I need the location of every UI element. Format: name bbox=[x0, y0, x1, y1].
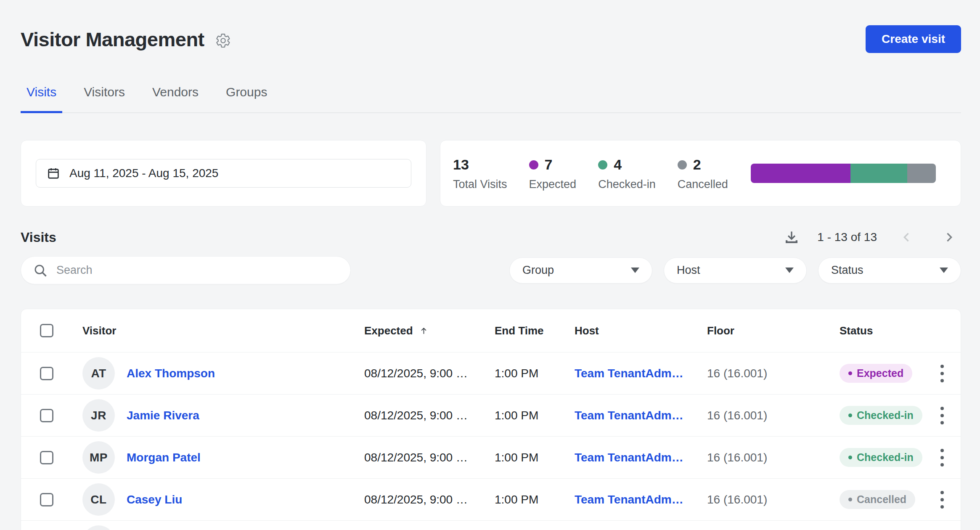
visitor-name-link[interactable]: Morgan Patel bbox=[127, 451, 201, 464]
table-row: AT Alex Thompson 08/12/2025, 9:00 … 1:00… bbox=[21, 352, 961, 394]
visitor-name-link[interactable]: Alex Thompson bbox=[127, 367, 215, 380]
status-dot-icon bbox=[848, 371, 852, 375]
status-dot-icon bbox=[848, 413, 852, 417]
tab-vendors[interactable]: Vendors bbox=[146, 77, 204, 113]
visitor-name-link[interactable]: Jamie Rivera bbox=[127, 409, 199, 422]
visits-table: Visitor Expected End Time Host Floor Sta… bbox=[21, 309, 961, 530]
checked-in-label: Checked-in bbox=[598, 178, 656, 191]
table-row: JR Jamie Rivera 08/12/2025, 9:00 … 1:00 … bbox=[21, 394, 961, 436]
host-link[interactable]: Team TenantAdm… bbox=[575, 367, 683, 380]
expected-time-cell: 08/12/2025, 9:00 … bbox=[364, 493, 495, 506]
cancelled-value: 2 bbox=[693, 156, 701, 173]
expected-time-cell: 08/12/2025, 9:00 … bbox=[364, 451, 495, 464]
host-filter-label: Host bbox=[677, 264, 700, 277]
kebab-menu-icon[interactable] bbox=[936, 361, 948, 386]
page-header: Visitor Management Create visit bbox=[21, 25, 961, 53]
host-link[interactable]: Team TenantAdm… bbox=[575, 451, 683, 464]
chevron-right-icon[interactable] bbox=[937, 230, 961, 244]
row-checkbox[interactable] bbox=[40, 451, 53, 464]
status-badge: Cancelled bbox=[840, 490, 915, 509]
kebab-menu-icon[interactable] bbox=[936, 445, 948, 470]
host-filter-dropdown[interactable]: Host bbox=[664, 257, 807, 284]
stat-checked-in: 4 Checked-in bbox=[598, 156, 656, 191]
calendar-icon bbox=[47, 167, 60, 180]
column-end-time: End Time bbox=[495, 324, 575, 337]
status-filter-label: Status bbox=[831, 264, 863, 277]
kebab-menu-icon[interactable] bbox=[936, 403, 948, 428]
status-badge-label: Expected bbox=[857, 367, 903, 379]
select-all-checkbox[interactable] bbox=[40, 324, 53, 337]
search-input[interactable] bbox=[56, 264, 344, 277]
column-host: Host bbox=[575, 324, 707, 337]
avatar-initials: MP bbox=[90, 451, 108, 464]
avatar: JR bbox=[82, 399, 115, 432]
cancelled-label: Cancelled bbox=[678, 178, 728, 191]
search-icon bbox=[33, 263, 48, 278]
chevron-down-icon bbox=[940, 268, 948, 273]
avatar-initials: CL bbox=[90, 493, 106, 506]
column-expected[interactable]: Expected bbox=[364, 324, 495, 337]
visitor-name-link[interactable]: Casey Liu bbox=[127, 493, 182, 506]
tab-groups[interactable]: Groups bbox=[220, 77, 273, 113]
chevron-left-icon[interactable] bbox=[895, 230, 919, 244]
expected-dot-icon bbox=[529, 160, 538, 170]
end-time-cell: 1:00 PM bbox=[495, 493, 575, 506]
row-checkbox[interactable] bbox=[40, 493, 53, 506]
column-floor: Floor bbox=[707, 324, 840, 337]
tab-visitors[interactable]: Visitors bbox=[78, 77, 131, 113]
floor-cell: 16 (16.001) bbox=[707, 451, 840, 464]
table-body: AT Alex Thompson 08/12/2025, 9:00 … 1:00… bbox=[21, 352, 961, 530]
expected-time-cell: 08/12/2025, 9:00 … bbox=[364, 409, 495, 422]
status-badge-label: Cancelled bbox=[857, 493, 906, 506]
filter-row: Group Host Status bbox=[21, 256, 961, 284]
chevron-down-icon bbox=[631, 268, 639, 273]
total-visits-label: Total Visits bbox=[453, 178, 507, 191]
gear-icon[interactable] bbox=[215, 33, 231, 48]
avatar: CL bbox=[82, 483, 115, 516]
host-link[interactable]: Team TenantAdm… bbox=[575, 409, 683, 422]
column-status: Status bbox=[840, 324, 936, 337]
date-range-value: Aug 11, 2025 - Aug 15, 2025 bbox=[69, 167, 218, 180]
status-dot-icon bbox=[848, 456, 852, 459]
checked-in-dot-icon bbox=[598, 160, 607, 170]
status-badge: Expected bbox=[840, 364, 912, 383]
sort-arrow-up-icon bbox=[418, 326, 429, 336]
group-filter-dropdown[interactable]: Group bbox=[509, 257, 652, 284]
date-range-picker[interactable]: Aug 11, 2025 - Aug 15, 2025 bbox=[36, 159, 411, 188]
table-row: MP Morgan Patel 08/12/2025, 9:00 … 1:00 … bbox=[21, 436, 961, 478]
end-time-cell: 1:00 PM bbox=[495, 409, 575, 422]
stat-cancelled: 2 Cancelled bbox=[678, 156, 728, 191]
avatar bbox=[82, 525, 115, 530]
table-row bbox=[21, 520, 961, 530]
status-filter-dropdown[interactable]: Status bbox=[818, 257, 961, 284]
row-checkbox[interactable] bbox=[40, 409, 53, 422]
bar-segment-checked-in bbox=[850, 164, 908, 183]
avatar-initials: AT bbox=[91, 367, 106, 380]
visit-stats-card: 13 Total Visits 7 Expected 4 Checked-in bbox=[440, 140, 961, 207]
stat-expected: 7 Expected bbox=[529, 156, 577, 191]
host-link[interactable]: Team TenantAdm… bbox=[575, 493, 683, 506]
end-time-cell: 1:00 PM bbox=[495, 451, 575, 464]
chevron-down-icon bbox=[785, 268, 794, 273]
floor-cell: 16 (16.001) bbox=[707, 493, 840, 506]
avatar-initials: JR bbox=[91, 409, 106, 422]
floor-cell: 16 (16.001) bbox=[707, 367, 840, 380]
stat-total-visits: 13 Total Visits bbox=[453, 156, 507, 191]
visits-section-title: Visits bbox=[21, 230, 56, 245]
visits-section-head: Visits 1 - 13 of 13 bbox=[21, 228, 961, 247]
kebab-menu-icon[interactable] bbox=[936, 488, 948, 512]
search-box bbox=[21, 256, 351, 284]
summary-row: Aug 11, 2025 - Aug 15, 2025 13 Total Vis… bbox=[21, 140, 961, 207]
tab-bar: Visits Visitors Vendors Groups bbox=[21, 77, 961, 113]
download-icon[interactable] bbox=[784, 229, 800, 245]
tab-visits[interactable]: Visits bbox=[21, 77, 62, 113]
table-row: CL Casey Liu 08/12/2025, 9:00 … 1:00 PM … bbox=[21, 478, 961, 520]
create-visit-button[interactable]: Create visit bbox=[866, 25, 961, 53]
expected-time-cell: 08/12/2025, 9:00 … bbox=[364, 367, 495, 380]
end-time-cell: 1:00 PM bbox=[495, 367, 575, 380]
table-header-row: Visitor Expected End Time Host Floor Sta… bbox=[21, 309, 961, 352]
date-range-card: Aug 11, 2025 - Aug 15, 2025 bbox=[21, 140, 426, 207]
status-badge: Checked-in bbox=[840, 448, 922, 467]
pagination-range: 1 - 13 of 13 bbox=[817, 231, 877, 244]
row-checkbox[interactable] bbox=[40, 367, 53, 380]
